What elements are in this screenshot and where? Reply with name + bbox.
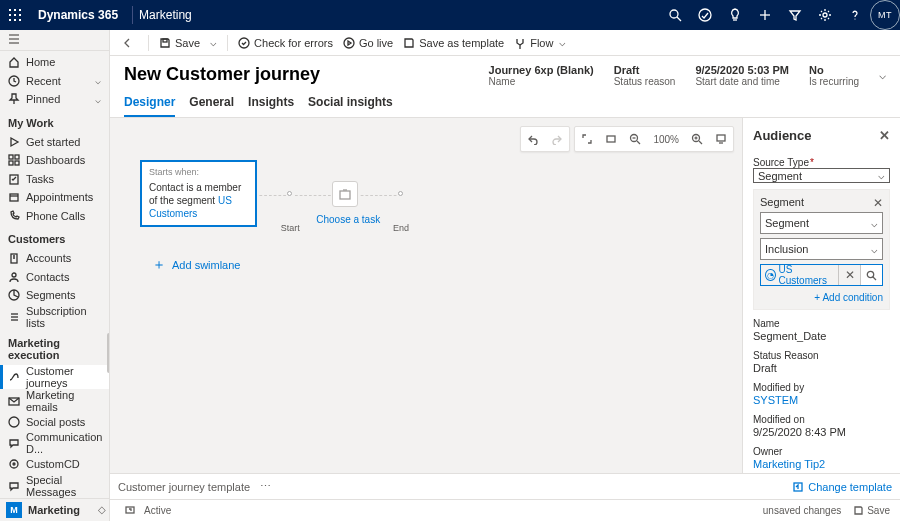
source-type-dropdown[interactable]: Segment⌵ xyxy=(753,168,890,183)
golive-button[interactable]: Go live xyxy=(343,37,393,49)
tab-designer[interactable]: Designer xyxy=(124,95,175,117)
panel-title: Audience xyxy=(753,128,812,143)
nav-special-messages[interactable]: Special Messages xyxy=(0,474,109,498)
nav-label: Tasks xyxy=(26,173,54,185)
svg-point-42 xyxy=(13,463,15,465)
svg-rect-3 xyxy=(9,14,11,16)
svg-line-49 xyxy=(637,141,640,144)
designer-canvas[interactable]: 100% Starts when: Contact is a member of… xyxy=(110,118,742,473)
nav-label: Recent xyxy=(26,75,61,87)
tab-insights[interactable]: Insights xyxy=(248,95,294,117)
start-dot xyxy=(287,191,292,196)
chevron-down-icon[interactable]: ⌵ xyxy=(879,64,886,82)
flow-button[interactable]: Flow⌵ xyxy=(514,36,566,49)
assistant-icon[interactable] xyxy=(690,0,720,30)
nav-recent[interactable]: Recent⌵ xyxy=(0,72,109,90)
user-avatar[interactable]: MT xyxy=(870,0,900,30)
flow-icon xyxy=(514,37,526,49)
add-icon[interactable] xyxy=(750,0,780,30)
nav-customcd[interactable]: CustomCD xyxy=(0,455,109,473)
svg-rect-2 xyxy=(19,9,21,11)
zoom-level: 100% xyxy=(647,127,685,151)
fit-icon[interactable] xyxy=(599,127,623,151)
segment-lookup[interactable]: ◔US Customers ✕ xyxy=(760,264,883,286)
pin-icon xyxy=(8,93,20,105)
nav-appointments[interactable]: Appointments xyxy=(0,188,109,206)
change-template-link[interactable]: Change template xyxy=(792,481,892,493)
help-icon[interactable] xyxy=(840,0,870,30)
zoom-out-button[interactable] xyxy=(623,127,647,151)
chevron-down-icon: ⌵ xyxy=(95,75,101,86)
nav-dashboards[interactable]: Dashboards xyxy=(0,151,109,169)
add-swimlane-button[interactable]: ＋Add swimlane xyxy=(152,256,240,274)
nav-home[interactable]: Home xyxy=(0,53,109,71)
nav-label: Special Messages xyxy=(26,474,101,498)
svg-rect-57 xyxy=(340,191,350,199)
gear-icon[interactable] xyxy=(810,0,840,30)
more-icon[interactable]: ⋯ xyxy=(260,480,271,493)
expand-icon[interactable] xyxy=(124,504,136,518)
svg-rect-55 xyxy=(717,135,725,141)
suite-name: Dynamics 365 xyxy=(30,8,126,22)
nav-tasks[interactable]: Tasks xyxy=(0,170,109,188)
redo-button[interactable] xyxy=(545,127,569,151)
start-card[interactable]: Starts when: Contact is a member of the … xyxy=(140,160,257,227)
lightbulb-icon[interactable] xyxy=(720,0,750,30)
zoom-in-button[interactable] xyxy=(685,127,709,151)
nav-label: Accounts xyxy=(26,252,71,264)
add-condition-link[interactable]: + Add condition xyxy=(760,292,883,303)
nav-phonecalls[interactable]: Phone Calls xyxy=(0,207,109,225)
field-value-link[interactable]: SYSTEM xyxy=(753,394,890,406)
area-switcher[interactable]: M Marketing ◇ xyxy=(0,498,109,521)
chevron-down-icon[interactable]: ⌵ xyxy=(210,36,217,49)
tab-social-insights[interactable]: Social insights xyxy=(308,95,393,117)
nav-getstarted[interactable]: Get started xyxy=(0,133,109,151)
check-errors-button[interactable]: Check for errors xyxy=(238,37,333,49)
svg-rect-0 xyxy=(9,9,11,11)
search-icon[interactable] xyxy=(660,0,690,30)
calendar-icon xyxy=(8,191,20,203)
app-launcher-icon[interactable] xyxy=(0,9,30,21)
nav-accounts[interactable]: Accounts xyxy=(0,249,109,267)
fullscreen-icon[interactable] xyxy=(575,127,599,151)
field-value-link[interactable]: Marketing Tip2 xyxy=(753,458,890,470)
nav-label: Marketing emails xyxy=(26,389,101,413)
svg-point-16 xyxy=(823,13,827,17)
message-icon xyxy=(8,480,20,492)
choose-task-tile[interactable]: Choose a task xyxy=(332,181,358,207)
nav-pinned[interactable]: Pinned⌵ xyxy=(0,90,109,108)
segment-dropdown[interactable]: Segment⌵ xyxy=(760,212,883,234)
search-icon[interactable] xyxy=(860,265,882,285)
nav-communication[interactable]: Communication D... xyxy=(0,431,109,455)
nav-customer-journeys[interactable]: Customer journeys xyxy=(0,365,109,389)
close-icon[interactable]: ✕ xyxy=(879,128,890,143)
save-footer-button[interactable]: Save xyxy=(853,505,890,516)
hamburger-icon[interactable] xyxy=(0,30,109,48)
back-button[interactable] xyxy=(118,33,138,53)
svg-point-41 xyxy=(10,460,18,468)
unsaved-label: unsaved changes xyxy=(763,505,841,516)
clock-icon xyxy=(8,75,20,87)
nav-label: Customer journeys xyxy=(26,365,101,389)
save-button[interactable]: Save xyxy=(159,37,200,49)
nav-subscriptions[interactable]: Subscription lists xyxy=(0,305,109,329)
present-icon[interactable] xyxy=(709,127,733,151)
clear-icon[interactable]: ✕ xyxy=(838,265,860,285)
cmd-label: Flow xyxy=(530,37,553,49)
save-template-button[interactable]: Save as template xyxy=(403,37,504,49)
undo-button[interactable] xyxy=(521,127,545,151)
close-icon[interactable]: ✕ xyxy=(873,196,883,210)
nav-marketing-emails[interactable]: Marketing emails xyxy=(0,389,109,413)
nav-contacts[interactable]: Contacts xyxy=(0,268,109,286)
nav-social-posts[interactable]: Social posts xyxy=(0,413,109,431)
nav-segments[interactable]: Segments xyxy=(0,286,109,304)
inclusion-dropdown[interactable]: Inclusion⌵ xyxy=(760,238,883,260)
segment-chip-icon: ◔ xyxy=(765,269,776,281)
tab-general[interactable]: General xyxy=(189,95,234,117)
nav-label: Phone Calls xyxy=(26,210,85,222)
meta-recur: No xyxy=(809,64,859,76)
nav-group-mywork: My Work xyxy=(0,109,109,133)
filter-icon[interactable] xyxy=(780,0,810,30)
record-header: New Customer journey Designer General In… xyxy=(110,56,900,118)
end-label: End xyxy=(371,223,431,233)
